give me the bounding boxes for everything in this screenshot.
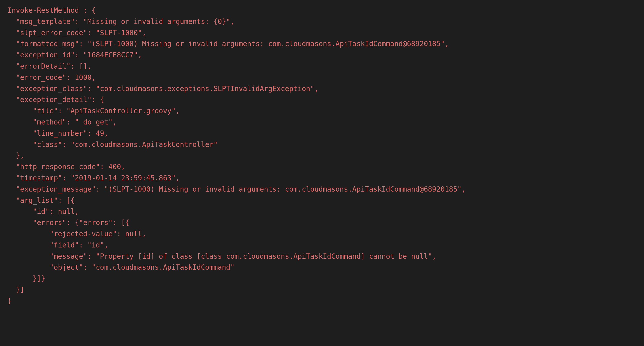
code-line-25: }] [8,284,636,296]
code-line-16: "exception_message": "(SLPT-1000) Missin… [8,184,636,195]
code-line-2: "slpt_error_code": "SLPT-1000", [8,28,636,39]
code-line-22: "message": "Property [id] of class [clas… [8,251,636,262]
code-line-21: "field": "id", [8,240,636,251]
code-line-13: }, [8,150,636,162]
code-line-11: "line_number": 49, [8,128,636,139]
code-line-0: Invoke-RestMethod : { [8,5,636,16]
code-line-5: "errorDetail": [], [8,61,636,72]
code-line-20: "rejected-value": null, [8,228,636,240]
code-line-24: }]} [8,273,636,284]
code-display: Invoke-RestMethod : { "msg_template": "M… [8,5,636,307]
code-pre: Invoke-RestMethod : { "msg_template": "M… [8,5,636,307]
code-line-8: "exception_detail": { [8,94,636,106]
code-line-10: "method": "_do_get", [8,117,636,128]
code-line-9: "file": "ApiTaskController.groovy", [8,106,636,117]
code-line-15: "timestamp": "2019-01-14 23:59:45.863", [8,173,636,184]
code-line-23: "object": "com.cloudmasons.ApiTaskIdComm… [8,262,636,273]
code-line-1: "msg_template": "Missing or invalid argu… [8,16,636,28]
code-line-17: "arg_list": [{ [8,195,636,206]
code-line-19: "errors": {"errors": [{ [8,217,636,228]
code-line-7: "exception_class": "com.cloudmasons.exce… [8,83,636,94]
code-line-6: "error_code": 1000, [8,72,636,83]
code-line-3: "formatted_msg": "(SLPT-1000) Missing or… [8,38,636,50]
code-line-14: "http_response_code": 400, [8,162,636,173]
code-line-26: } [8,296,636,307]
code-line-4: "exception_id": "1684ECE8CC7", [8,50,636,61]
code-line-12: "class": "com.cloudmasons.ApiTaskControl… [8,139,636,150]
code-line-18: "id": null, [8,206,636,217]
